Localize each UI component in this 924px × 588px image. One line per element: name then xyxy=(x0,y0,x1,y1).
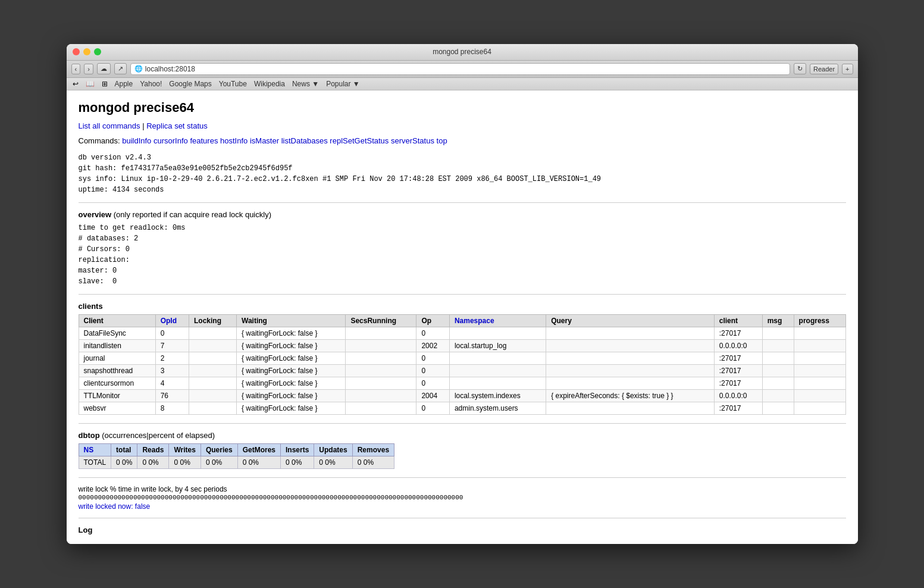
cmd-replsetgetstatus[interactable]: replSetGetStatus xyxy=(330,136,389,145)
share-button[interactable]: ↗ xyxy=(114,63,127,74)
overview-data: time to get readlock: 0ms # databases: 2… xyxy=(79,223,846,287)
secure-icon: 🌐 xyxy=(134,65,143,73)
table-row: websvr8{ waitingForLock: false }0admin.s… xyxy=(79,402,845,414)
cmd-cursorinfo[interactable]: cursorInfo xyxy=(154,136,188,145)
col-waiting: Waiting xyxy=(237,314,346,327)
clients-table: Client OpId Locking Waiting SecsRunning … xyxy=(79,314,846,415)
back-button[interactable]: ‹ xyxy=(71,64,81,74)
new-tab-button[interactable]: + xyxy=(842,64,853,74)
table-row: clientcursormon4{ waitingForLock: false … xyxy=(79,377,845,389)
cmd-ismaster[interactable]: isMaster xyxy=(250,136,279,145)
cmd-features[interactable]: features xyxy=(190,136,218,145)
dbtop-col-reads: Reads xyxy=(137,443,169,456)
dbtop-col-updates: Updates xyxy=(314,443,352,456)
dbtop-row-total: TOTAL 0 0% 0 0% 0 0% 0 0% 0 0% 0 0% 0 0%… xyxy=(79,456,394,468)
bookmark-wikipedia[interactable]: Wikipedia xyxy=(254,80,285,88)
list-commands-link[interactable]: List all commands xyxy=(79,121,140,130)
dbtop-table: NS total Reads Writes Queries GetMores I… xyxy=(79,443,395,469)
dbtop-total: 0 0% xyxy=(111,456,137,468)
dbtop-queries: 0 0% xyxy=(201,456,237,468)
bookmark-arrow-left: ↩ xyxy=(73,80,79,88)
bookmark-popular[interactable]: Popular ▼ xyxy=(326,80,360,88)
bookmarks-bar: ↩ 📖 ⊞ Apple Yahoo! Google Maps YouTube W… xyxy=(67,78,858,90)
col-opid: OpId xyxy=(155,314,189,327)
traffic-lights xyxy=(73,48,101,55)
cloud-button[interactable]: ☁ xyxy=(97,63,111,74)
dbtop-col-getmores: GetMores xyxy=(237,443,280,456)
table-row: journal2{ waitingForLock: false }0:27017 xyxy=(79,352,845,364)
bookmark-grid-icon: ⊞ xyxy=(102,80,108,88)
bookmark-yahoo[interactable]: Yahoo! xyxy=(140,80,162,88)
col-progress: progress xyxy=(794,314,845,327)
overview-section-title: overview (only reported if can acquire r… xyxy=(79,210,846,219)
bookmark-apple[interactable]: Apple xyxy=(115,80,133,88)
dbtop-writes: 0 0% xyxy=(169,456,201,468)
col-client: Client xyxy=(79,314,155,327)
page-title: mongod precise64 xyxy=(79,100,846,115)
refresh-button[interactable]: ↻ xyxy=(794,63,806,74)
db-info: db version v2.4.3 git hash: fe1743177a5e… xyxy=(79,152,846,195)
dbtop-col-ns: NS xyxy=(79,443,111,456)
dbtop-col-inserts: Inserts xyxy=(281,443,314,456)
dbtop-section: dbtop (occurrences|percent of elapsed) N… xyxy=(79,431,846,469)
dbtop-ns: TOTAL xyxy=(79,456,111,468)
url-display: localhost:28018 xyxy=(145,65,786,73)
write-locked-now-link[interactable]: write locked now: false xyxy=(79,502,151,511)
clients-section-title: clients xyxy=(79,302,846,311)
bookmark-book-icon: 📖 xyxy=(86,80,95,88)
divider-3 xyxy=(79,423,846,424)
cmd-listdatabases[interactable]: listDatabases xyxy=(281,136,328,145)
dbtop-inserts: 0 0% xyxy=(281,456,314,468)
write-locked-now: write locked now: false xyxy=(79,502,846,511)
minimize-button[interactable] xyxy=(83,48,90,55)
reader-button[interactable]: Reader xyxy=(810,64,838,74)
dbtop-col-queries: Queries xyxy=(201,443,237,456)
titlebar: mongod precise64 xyxy=(67,44,858,61)
col-query: Query xyxy=(546,314,715,327)
dbtop-col-removes: Removes xyxy=(352,443,394,456)
clients-table-header: Client OpId Locking Waiting SecsRunning … xyxy=(79,314,845,327)
cmd-buildinfo[interactable]: buildInfo xyxy=(122,136,151,145)
forward-button[interactable]: › xyxy=(84,64,93,74)
write-lock-title: write lock % time in write lock, by 4 se… xyxy=(79,485,846,493)
cmd-hostinfo[interactable]: hostInfo xyxy=(220,136,248,145)
cmd-serverstatus[interactable]: serverStatus xyxy=(391,136,434,145)
maximize-button[interactable] xyxy=(94,48,101,55)
table-row: TTLMonitor76{ waitingForLock: false }200… xyxy=(79,389,845,402)
bookmark-youtube[interactable]: YouTube xyxy=(219,80,247,88)
dbtop-col-total: total xyxy=(111,443,137,456)
col-op: Op xyxy=(416,314,450,327)
commands-row: Commands: buildInfo cursorInfo features … xyxy=(79,136,846,145)
write-lock-zeros: 0000000000000000000000000000000000000000… xyxy=(79,493,846,502)
address-bar[interactable]: 🌐 localhost:28018 xyxy=(130,63,790,75)
bookmark-news[interactable]: News ▼ xyxy=(292,80,319,88)
window-title: mongod precise64 xyxy=(433,48,491,56)
col-secsrunning: SecsRunning xyxy=(346,314,416,327)
col-locking: Locking xyxy=(189,314,236,327)
browser-window: mongod precise64 ‹ › ☁ ↗ 🌐 localhost:280… xyxy=(67,44,858,544)
bookmark-googlemaps[interactable]: Google Maps xyxy=(169,80,211,88)
col-clientaddr: client xyxy=(714,314,762,327)
close-button[interactable] xyxy=(73,48,80,55)
divider-2 xyxy=(79,294,846,295)
commands-label: Commands: xyxy=(79,136,120,145)
dbtop-updates: 0 0% xyxy=(314,456,352,468)
divider-5 xyxy=(79,518,846,518)
log-section-title: Log xyxy=(79,526,846,534)
replica-set-link[interactable]: Replica set status xyxy=(146,121,208,130)
write-lock-section: write lock % time in write lock, by 4 se… xyxy=(79,485,846,511)
dbtop-reads: 0 0% xyxy=(137,456,169,468)
page-content: mongod precise64 List all commands | Rep… xyxy=(67,90,858,544)
dbtop-col-writes: Writes xyxy=(169,443,201,456)
top-links: List all commands | Replica set status xyxy=(79,121,846,130)
dbtop-getmores: 0 0% xyxy=(237,456,280,468)
cmd-top[interactable]: top xyxy=(437,136,447,145)
table-row: DataFileSync0{ waitingForLock: false }0:… xyxy=(79,327,845,339)
divider-4 xyxy=(79,477,846,478)
table-row: initandlisten7{ waitingForLock: false }2… xyxy=(79,339,845,352)
dbtop-header: NS total Reads Writes Queries GetMores I… xyxy=(79,443,394,456)
col-msg: msg xyxy=(762,314,794,327)
col-namespace: Namespace xyxy=(449,314,546,327)
dbtop-section-title: dbtop (occurrences|percent of elapsed) xyxy=(79,431,846,440)
divider-1 xyxy=(79,202,846,203)
